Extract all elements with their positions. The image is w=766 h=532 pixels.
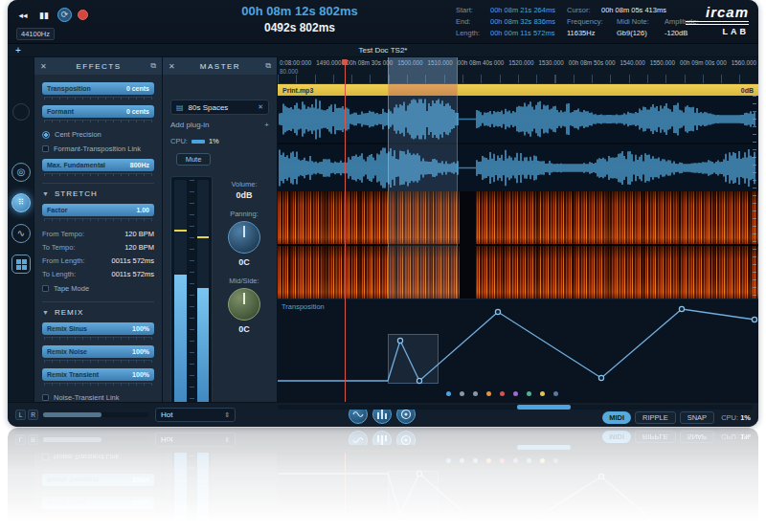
- ruler-label: 0:08:00:000: [280, 59, 311, 66]
- plugin-name: 80s Spaces: [189, 103, 254, 112]
- remix-sinus-slider[interactable]: Remix Sinus 100%: [42, 322, 154, 335]
- loop-button[interactable]: ⟳: [57, 8, 72, 22]
- preset-selector[interactable]: Hot ⇕: [155, 408, 236, 422]
- end-value: 00h 08m 32s 836ms: [490, 18, 555, 26]
- track-header-bar[interactable]: Print.mp3 0dB: [278, 84, 758, 96]
- cursor-label: Cursor:: [567, 7, 597, 14]
- meter-scale: [190, 180, 194, 406]
- midside-knob[interactable]: [228, 288, 260, 321]
- timeline-ruler[interactable]: 0:08:00:0001490.00000h 08m 30s 0001500.0…: [278, 57, 758, 84]
- ripple-button[interactable]: RIPPLE: [635, 411, 676, 424]
- slider-scale: [44, 383, 152, 386]
- automation-node[interactable]: [752, 317, 756, 321]
- time-selection-overlay[interactable]: [388, 57, 458, 299]
- automation-node[interactable]: [598, 375, 603, 380]
- automation-lane[interactable]: Transposition: [278, 299, 758, 402]
- ruler-labels: 0:08:00:0001490.00000h 08m 30s 0001500.0…: [280, 59, 756, 66]
- grid-glyph: [16, 259, 27, 270]
- pause-button[interactable]: ▮▮: [36, 8, 52, 22]
- param-dot[interactable]: [527, 391, 531, 396]
- from-length-value[interactable]: 0011s 572ms: [112, 256, 154, 265]
- session-info: Start:00h 08m 21s 264ms End:00h 08m 32s …: [456, 5, 707, 39]
- slider-scale: [44, 337, 152, 340]
- midi-button[interactable]: MIDI: [602, 411, 631, 424]
- slider-scale: [44, 97, 152, 100]
- remix-transient-slider[interactable]: Remix Transient 100%: [42, 368, 154, 381]
- param-dot[interactable]: [500, 391, 505, 396]
- close-icon[interactable]: ✕: [40, 62, 47, 71]
- rail-emblem-icon: [12, 103, 30, 121]
- tape-mode-option[interactable]: Tape Mode: [42, 282, 154, 295]
- formant-slider[interactable]: Formant 0 cents: [42, 105, 154, 118]
- ruler-label: 1490.000: [316, 59, 341, 66]
- time-secondary: 0492s 802ms: [223, 21, 376, 34]
- to-length-label: To Length:: [42, 270, 76, 278]
- param-dot[interactable]: [540, 391, 545, 396]
- from-tempo-value[interactable]: 120 BPM: [124, 230, 154, 238]
- horizontal-scrollbar[interactable]: [278, 405, 753, 410]
- waveform-display[interactable]: [278, 96, 758, 191]
- rewind-button[interactable]: ◂◂: [15, 8, 31, 22]
- param-dot[interactable]: [553, 391, 558, 396]
- end-label: End:: [456, 18, 486, 26]
- max-fundamental-slider[interactable]: Max. Fundamental 800Hz: [42, 159, 154, 171]
- playhead-line[interactable]: [345, 63, 346, 402]
- wave-tool-icon[interactable]: ∿: [11, 224, 31, 243]
- playhead-marker[interactable]: [342, 59, 348, 65]
- param-dot[interactable]: [486, 391, 491, 396]
- stretch-tool-icon[interactable]: ⠿: [11, 193, 31, 212]
- mode-buttons: MIDI RIPPLE SNAP CPU: 1%: [602, 411, 751, 424]
- ruler-label: 1560.000: [732, 59, 756, 66]
- volume-value[interactable]: 0dB: [218, 190, 270, 200]
- add-plugin-row[interactable]: Add plug-in +: [170, 119, 269, 131]
- param-dot[interactable]: [446, 391, 451, 396]
- transposition-slider[interactable]: Transposition 0 cents: [42, 82, 154, 95]
- circle-tool-icon[interactable]: ◎: [11, 163, 31, 182]
- panning-knob[interactable]: [228, 221, 260, 254]
- meter-left-peak: [174, 230, 187, 232]
- stretch-section-header[interactable]: ▼ STRETCH: [42, 183, 154, 198]
- factor-slider[interactable]: Factor 1.00: [42, 204, 154, 216]
- cent-precision-option[interactable]: Cent Precision: [42, 128, 154, 141]
- document-title[interactable]: Test Doc TS2*: [359, 46, 408, 55]
- output-level-slider[interactable]: [43, 412, 148, 417]
- master-title: MASTER: [180, 62, 261, 71]
- panning-label: Panning:: [218, 210, 270, 218]
- plugin-menu-icon[interactable]: ▤: [176, 103, 184, 112]
- midside-value: 0C: [218, 324, 270, 334]
- scrollbar-thumb[interactable]: [517, 405, 571, 410]
- output-level-fill: [43, 412, 101, 417]
- formant-transposition-link-option[interactable]: Formant-Transposition Link: [42, 143, 154, 155]
- automation-node[interactable]: [397, 338, 402, 343]
- ruler-ticks: [278, 75, 758, 83]
- frequency-label: Frequency:: [567, 18, 613, 26]
- plugin-slot[interactable]: ▤ 80s Spaces ✕: [170, 100, 269, 115]
- automation-node[interactable]: [495, 309, 500, 314]
- snap-button[interactable]: SNAP: [680, 411, 714, 424]
- right-channel-toggle[interactable]: R: [28, 410, 38, 420]
- spectrogram-display[interactable]: [278, 191, 758, 299]
- to-length-value[interactable]: 0011s 572ms: [112, 270, 154, 278]
- layers-icon[interactable]: ⧉: [265, 61, 271, 71]
- preset-name: Hot: [161, 410, 172, 419]
- to-tempo-value[interactable]: 120 BPM: [124, 243, 154, 252]
- silence-gap: [460, 191, 476, 299]
- add-tab-button[interactable]: +: [15, 46, 21, 55]
- remix-noise-slider[interactable]: Remix Noise 100%: [42, 345, 154, 358]
- spectrogram-left-channel: [278, 191, 758, 244]
- left-channel-toggle[interactable]: L: [15, 410, 26, 420]
- automation-node[interactable]: [417, 378, 421, 383]
- remix-section-header[interactable]: ▼ REMIX: [42, 301, 154, 317]
- from-length-label: From Length:: [42, 256, 85, 265]
- layers-icon[interactable]: ⧉: [150, 61, 156, 71]
- param-dot[interactable]: [460, 391, 464, 396]
- param-dot[interactable]: [513, 391, 518, 396]
- timeline-area[interactable]: 0:08:00:0001490.00000h 08m 30s 0001500.0…: [278, 57, 758, 402]
- grid-tool-icon[interactable]: [11, 255, 31, 274]
- record-button[interactable]: [78, 10, 88, 20]
- param-dot[interactable]: [473, 391, 478, 396]
- mute-button[interactable]: Mute: [176, 153, 211, 166]
- automation-node[interactable]: [679, 306, 684, 311]
- close-icon[interactable]: ✕: [169, 62, 175, 71]
- remove-plugin-icon[interactable]: ✕: [258, 103, 263, 111]
